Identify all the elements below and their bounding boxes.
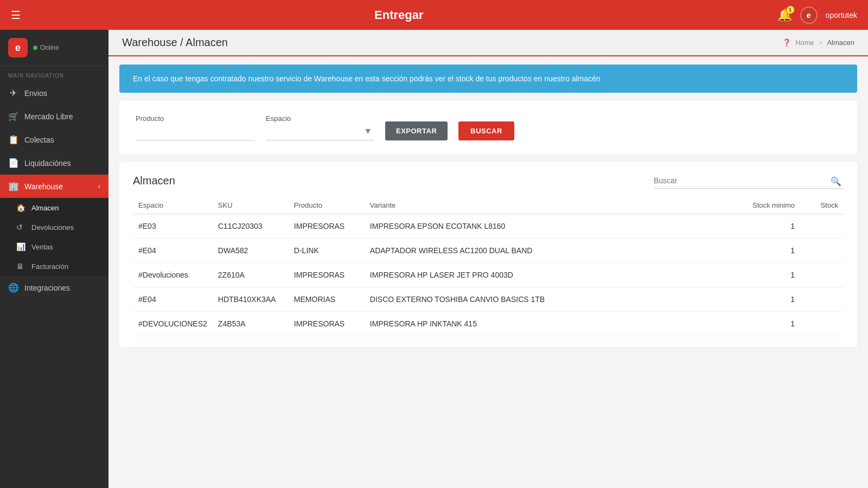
table-row: #Devoluciones 2Z610A IMPRESORAS IMPRESOR… — [133, 263, 844, 287]
cell-espacio: #E04 — [133, 287, 213, 312]
info-banner-text: En el caso que tengas contratado nuestro… — [133, 74, 601, 83]
header-right: 🔔 1 e oportutek — [777, 7, 857, 24]
cell-stock-min: 1 — [730, 287, 800, 312]
cell-stock — [800, 214, 844, 239]
espacio-label: Espacio — [266, 114, 374, 123]
cell-producto: IMPRESORAS — [289, 312, 365, 336]
cell-producto: MEMORIAS — [289, 287, 365, 312]
chevron-icon: ‹ — [98, 183, 100, 190]
table-header-row: Espacio SKU Producto Variante Stock mini… — [133, 197, 844, 214]
almacen-table: Espacio SKU Producto Variante Stock mini… — [133, 197, 844, 336]
cell-sku: DWA582 — [213, 239, 289, 263]
product-input[interactable] — [136, 125, 255, 140]
cell-stock — [800, 287, 844, 312]
info-banner: En el caso que tengas contratado nuestro… — [119, 65, 857, 93]
sidebar-sub: 🏠 Almacen ↺ Devoluciones 📊 Ventas 🖥 Fact… — [0, 198, 108, 276]
sidebar-sub-item-devoluciones[interactable]: ↺ Devoluciones — [0, 217, 108, 237]
sidebar-item-label: Integraciones — [24, 284, 70, 292]
cell-stock — [800, 263, 844, 287]
sidebar: e Online MAIN NAVIGATION ✈ Envios 🛒 Merc… — [0, 30, 108, 488]
online-label: Online — [40, 44, 59, 52]
sidebar-sub-item-almacen[interactable]: 🏠 Almacen — [0, 198, 108, 217]
hamburger-icon[interactable]: ☰ — [11, 9, 21, 22]
sidebar-sub-item-facturacion[interactable]: 🖥 Facturación — [0, 256, 108, 276]
sidebar-item-label: Colectas — [24, 136, 54, 144]
sidebar-sub-label: Ventas — [31, 243, 53, 251]
cell-sku: HDTB410XK3AA — [213, 287, 289, 312]
col-header-variante: Variante — [365, 197, 730, 214]
cell-espacio: #Devoluciones — [133, 263, 213, 287]
sidebar-item-envios[interactable]: ✈ Envios — [0, 81, 108, 105]
table-title: Almacen — [133, 175, 175, 187]
mercado-libre-icon: 🛒 — [8, 111, 18, 121]
envios-icon: ✈ — [8, 88, 18, 98]
sidebar-item-label: Mercado Libre — [24, 112, 73, 121]
sidebar-item-integraciones[interactable]: 🌐 Integraciones — [0, 276, 108, 299]
online-indicator: Online — [33, 44, 59, 52]
cell-stock — [800, 239, 844, 263]
export-button[interactable]: EXPORTAR — [385, 121, 448, 140]
sidebar-item-mercado-libre[interactable]: 🛒 Mercado Libre — [0, 105, 108, 128]
espacio-filter: Espacio E03 E04 #Devoluciones ▼ — [266, 114, 374, 140]
col-header-espacio: Espacio — [133, 197, 213, 214]
user-name: oportutek — [826, 11, 857, 20]
cell-variante: ADAPTADOR WIRELESS AC1200 DUAL BAND — [365, 239, 730, 263]
avatar[interactable]: e — [800, 7, 818, 24]
breadcrumb: ❓ Home > Almacen — [782, 38, 854, 47]
almacen-icon: 🏠 — [16, 203, 25, 212]
col-header-stock-min: Stock minimo — [730, 197, 800, 214]
sidebar-sub-label: Almacen — [31, 204, 59, 212]
table-section: Almacen 🔍 Espacio SKU Producto Variante … — [119, 162, 857, 347]
notification-badge: 1 — [787, 6, 794, 14]
table-header: Almacen 🔍 — [133, 173, 844, 189]
table-row: #DEVOLUCIONES2 Z4B53A IMPRESORAS IMPRESO… — [133, 312, 844, 336]
cell-espacio: #DEVOLUCIONES2 — [133, 312, 213, 336]
sidebar-sub-label: Devoluciones — [31, 223, 74, 232]
cell-stock-min: 1 — [730, 263, 800, 287]
filter-section: Producto Espacio E03 E04 #Devoluciones ▼… — [119, 101, 857, 154]
cell-variante: DISCO EXTERNO TOSHIBA CANVIO BASICS 1TB — [365, 287, 730, 312]
sidebar-sub-label: Facturación — [31, 262, 68, 271]
cell-producto: D-LINK — [289, 239, 365, 263]
warehouse-icon: 🏢 — [8, 181, 18, 191]
devoluciones-icon: ↺ — [16, 223, 25, 232]
espacio-select[interactable]: E03 E04 #Devoluciones — [266, 125, 374, 140]
table-row: #E03 C11CJ20303 IMPRESORAS IMPRESORA EPS… — [133, 214, 844, 239]
breadcrumb-current: Almacen — [827, 38, 854, 47]
col-header-stock: Stock — [800, 197, 844, 214]
cell-stock-min: 1 — [730, 239, 800, 263]
sidebar-item-label: Warehouse — [24, 182, 63, 191]
table-row: #E04 DWA582 D-LINK ADAPTADOR WIRELESS AC… — [133, 239, 844, 263]
sidebar-item-warehouse[interactable]: 🏢 Warehouse ‹ — [0, 175, 108, 198]
app-title: Entregar — [374, 8, 423, 22]
product-filter: Producto — [136, 114, 255, 140]
breadcrumb-separator: > — [819, 38, 823, 47]
cell-variante: IMPRESORA HP INKTANK 415 — [365, 312, 730, 336]
sidebar-section-label: MAIN NAVIGATION — [0, 66, 108, 81]
sidebar-sub-item-ventas[interactable]: 📊 Ventas — [0, 237, 108, 256]
table-search-input[interactable] — [654, 173, 844, 189]
breadcrumb-bar: Warehouse / Almacen ❓ Home > Almacen — [108, 30, 868, 56]
sidebar-item-liquidaciones[interactable]: 📄 Liquidaciónes — [0, 151, 108, 175]
online-dot — [33, 46, 37, 50]
sidebar-item-label: Liquidaciónes — [24, 159, 71, 168]
liquidaciones-icon: 📄 — [8, 158, 18, 168]
colectas-icon: 📋 — [8, 134, 18, 145]
cell-espacio: #E03 — [133, 214, 213, 239]
notification-bell[interactable]: 🔔 1 — [777, 8, 792, 22]
main-content: Warehouse / Almacen ❓ Home > Almacen En … — [108, 30, 868, 488]
buscar-button[interactable]: BUSCAR — [458, 121, 514, 140]
cell-sku: Z4B53A — [213, 312, 289, 336]
table-search-wrapper: 🔍 — [654, 173, 844, 189]
col-header-sku: SKU — [213, 197, 289, 214]
cell-stock-min: 1 — [730, 312, 800, 336]
ventas-icon: 📊 — [16, 242, 25, 251]
breadcrumb-home[interactable]: Home — [795, 38, 814, 47]
cell-variante: IMPRESORA EPSON ECOTANK L8160 — [365, 214, 730, 239]
cell-variante: IMPRESORA HP LASER JET PRO 4003D — [365, 263, 730, 287]
table-row: #E04 HDTB410XK3AA MEMORIAS DISCO EXTERNO… — [133, 287, 844, 312]
layout: e Online MAIN NAVIGATION ✈ Envios 🛒 Merc… — [0, 30, 868, 488]
sidebar-item-colectas[interactable]: 📋 Colectas — [0, 128, 108, 151]
cell-stock — [800, 312, 844, 336]
cell-sku: C11CJ20303 — [213, 214, 289, 239]
